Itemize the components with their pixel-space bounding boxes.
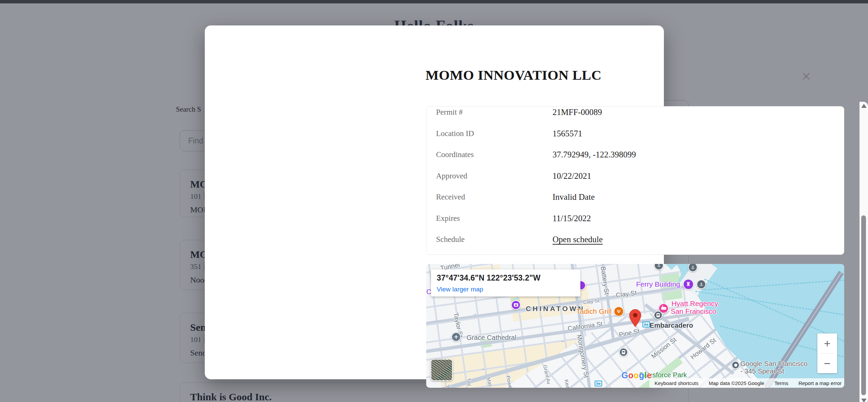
map-label: Hyatt Regency: [671, 300, 718, 308]
detail-label: Coordinates: [436, 150, 474, 159]
detail-value: 11/15/2022: [553, 214, 591, 223]
detail-value: Invalid Date: [553, 192, 595, 202]
close-button[interactable]: [797, 67, 816, 86]
ferry-icon[interactable]: ⚓: [697, 280, 706, 289]
bart-station-icon[interactable]: ba: [595, 381, 602, 386]
map-label: Grace Cathedral: [467, 334, 517, 342]
map-attribution-bar: Keyboard shortcutsMap data ©2025 GoogleT…: [649, 378, 844, 388]
ferry-building-icon[interactable]: ♜: [683, 279, 694, 290]
detail-value: 1565571: [553, 129, 582, 138]
zoom-out-button[interactable]: −: [817, 353, 837, 373]
detail-row: Coordinates37.792949, -122.398099: [427, 149, 844, 170]
map-label: Mas: [486, 377, 494, 387]
detail-row: ReceivedInvalid Date: [427, 191, 844, 213]
tram-station-icon[interactable]: [619, 348, 628, 357]
detail-label: Expires: [436, 214, 460, 223]
modal-scrollbar[interactable]: [860, 102, 868, 402]
map-label: Clay St: [583, 298, 600, 305]
detail-row: Approved10/22/2021: [427, 170, 844, 192]
open-schedule-link[interactable]: Open schedule: [553, 235, 603, 244]
map-label: Jo: [445, 383, 452, 388]
map-label: California St: [567, 320, 603, 332]
permit-details-table: Permit #21MFF-00089Location ID1565571Coo…: [426, 106, 844, 255]
location-pin-icon[interactable]: [629, 309, 641, 327]
detail-row: Permit #21MFF-00089: [427, 107, 844, 128]
scrollbar-thumb[interactable]: [861, 215, 866, 395]
permit-details-modal: MOMO INNOVATION LLC Permit #21MFF-00089L…: [205, 25, 664, 379]
map-zoom-control: + −: [817, 333, 837, 373]
map-label: Montgomery St: [575, 334, 590, 379]
detail-row: Location ID1565571: [427, 128, 844, 149]
map-label: San Francisco: [671, 307, 716, 315]
scrollbar-down-arrow-icon[interactable]: [861, 399, 867, 402]
map-label: Grant Av: [542, 364, 552, 385]
tram-station-icon[interactable]: [654, 311, 663, 320]
top-bar: [0, 0, 868, 3]
detail-row: Expires11/15/2022: [427, 213, 844, 234]
tadich-grill-restaurant-icon[interactable]: Ψ: [614, 306, 624, 317]
detail-label: Approved: [436, 172, 467, 180]
map-coordinates-label: 37°47'34.6"N 122°23'53.2"W: [437, 273, 580, 283]
attribution-item[interactable]: Keyboard shortcuts: [655, 380, 699, 386]
detail-label: Permit #: [436, 108, 463, 117]
detail-label: Location ID: [436, 129, 474, 138]
map-label: CHINATOWN: [526, 305, 585, 313]
attribution-item[interactable]: Terms: [774, 380, 788, 386]
map-label: Tay: [466, 378, 473, 387]
detail-value: 21MFF-00089: [553, 108, 602, 117]
map-label: Howard St: [689, 337, 717, 361]
google-office-marker-icon[interactable]: [731, 361, 740, 369]
map-label: Kear: [563, 379, 571, 388]
close-icon: [801, 71, 811, 81]
attribution-item: Map data ©2025 Google: [709, 380, 764, 386]
scrollbar-up-arrow-icon[interactable]: [861, 104, 867, 108]
detail-row: ScheduleOpen schedule: [427, 234, 844, 255]
google-logo[interactable]: Google: [621, 370, 652, 380]
attribution-item[interactable]: Report a map error: [798, 380, 842, 386]
view-larger-map-link[interactable]: View larger map: [437, 286, 580, 293]
detail-label: Received: [436, 193, 465, 202]
map-label: Powe: [505, 375, 513, 388]
map-label: Clay St: [615, 289, 637, 299]
map-label: Embarcadero: [650, 322, 693, 329]
map-label: Mission St: [650, 336, 678, 360]
map-embed[interactable]: ← → ← → TunnelCCHINATOWNClay StClay StBa…: [426, 264, 844, 388]
detail-value: 10/22/2021: [553, 171, 591, 181]
detail-label: Schedule: [436, 235, 465, 244]
grace-cathedral-icon[interactable]: +: [451, 332, 461, 342]
detail-value: 37.792949, -122.398099: [553, 150, 636, 159]
map-info-card: 37°47'34.6"N 122°23'53.2"W View larger m…: [431, 269, 580, 296]
map-label: Ferry Building: [636, 280, 680, 288]
map-label: Tadich Grill: [576, 307, 612, 315]
map-label: Pine St: [618, 327, 640, 339]
modal-title: MOMO INNOVATION LLC: [426, 67, 601, 83]
satellite-view-toggle[interactable]: [431, 359, 453, 381]
bart-station-icon[interactable]: ba: [643, 322, 650, 327]
photo-poi-icon[interactable]: [511, 300, 521, 310]
page-root: Hello Folks Search S Find MOM 101 C MON …: [0, 0, 868, 402]
zoom-in-button[interactable]: +: [817, 333, 837, 353]
map-label: Battery St: [599, 266, 610, 295]
google-office-label: Google San Francisco- 345 Spear St: [740, 360, 808, 375]
